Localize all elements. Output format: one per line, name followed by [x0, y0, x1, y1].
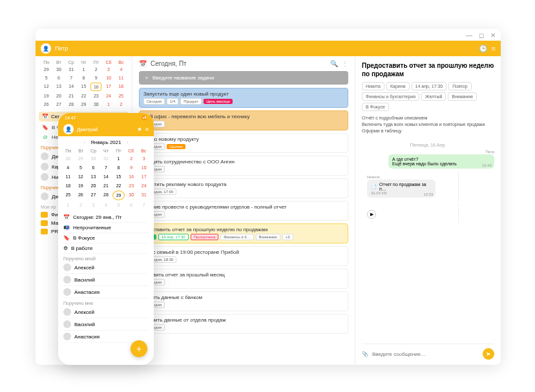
task-item[interactable]: олучить данные от отдела продажСегодня [139, 314, 348, 334]
calendar-day[interactable]: 21 [66, 92, 77, 99]
phone-cal-day[interactable]: 31 [100, 154, 112, 163]
play-icon[interactable]: ▶ [367, 210, 376, 219]
phone-cal-day[interactable]: 31 [138, 191, 150, 200]
attach-icon[interactable]: 📎 [362, 351, 368, 357]
notifications-icon[interactable]: 🕒 [479, 45, 488, 53]
detail-chip[interactable]: Карина [386, 82, 410, 90]
phone-cal-day[interactable]: 16 [125, 172, 138, 181]
phone-cal-day[interactable]: 2 [125, 154, 138, 163]
phone-cal-day[interactable]: 4 [100, 201, 112, 209]
calendar-day[interactable]: 5 [41, 74, 52, 81]
month-selector[interactable]: ‹ Январь 2021 › [58, 136, 154, 149]
calendar-day[interactable]: 3 [103, 66, 114, 73]
phone-cal-day[interactable]: 8 [112, 163, 125, 172]
phone-cal-day[interactable]: 17 [138, 172, 150, 181]
calendar-day[interactable]: 29 [78, 101, 89, 108]
calendar-day[interactable]: 14 [66, 83, 77, 91]
phone-cal-day[interactable]: 21 [100, 181, 112, 190]
phone-cal-day[interactable]: 6 [87, 163, 100, 172]
phone-cal-day[interactable]: 22 [112, 181, 125, 190]
phone-cal-day[interactable]: 3 [138, 154, 150, 163]
detail-chip[interactable]: Внимание [448, 92, 477, 101]
calendar-day[interactable]: 18 [116, 83, 127, 91]
phone-cal-day[interactable]: 24 [138, 181, 150, 190]
calendar-day[interactable]: 11 [116, 74, 127, 81]
phone-cal-day[interactable]: 25 [62, 191, 74, 200]
calendar-day[interactable]: 2 [90, 66, 101, 73]
phone-person[interactable]: Василий [63, 318, 149, 331]
phone-cal-day[interactable]: 9 [125, 163, 138, 172]
menu-icon[interactable]: ≡ [492, 45, 496, 52]
phone-nav-item[interactable]: ⚙В работе [63, 243, 149, 254]
calendar-day[interactable]: 16 [90, 83, 101, 91]
phone-cal-day[interactable]: 11 [62, 172, 74, 181]
maximize-icon[interactable]: ◻ [479, 32, 484, 39]
phone-cal-day[interactable]: 26 [75, 191, 87, 200]
more-icon[interactable]: ⋮ [342, 60, 348, 67]
calendar-day[interactable]: 17 [103, 83, 114, 91]
calendar-day[interactable]: 10 [103, 74, 114, 81]
phone-cal-day[interactable]: 27 [87, 191, 100, 200]
phone-cal-day[interactable]: 13 [87, 172, 100, 181]
calendar-day[interactable]: 15 [78, 83, 89, 91]
phone-cal-day[interactable]: 6 [125, 201, 138, 209]
phone-cal-day[interactable]: 7 [100, 163, 112, 172]
task-item[interactable]: Запустить еще один новый продуктСегодня1… [139, 88, 348, 108]
detail-chip[interactable]: 14 апр, 17:30 [412, 82, 447, 90]
calendar-day[interactable]: 22 [78, 92, 89, 99]
phone-cal-day[interactable]: 28 [62, 154, 74, 163]
calendar-day[interactable]: 29 [41, 66, 52, 73]
task-item[interactable]: едоставить отчет за прошлую неделю по пр… [139, 223, 348, 243]
calendar-day[interactable]: 26 [41, 101, 52, 108]
phone-cal-day[interactable]: 3 [87, 201, 100, 209]
detail-chip[interactable]: В Фокусе [362, 103, 389, 111]
chevron-right-icon[interactable]: › [127, 139, 129, 145]
calendar-day[interactable]: 25 [116, 92, 127, 99]
user-name[interactable]: Петр [55, 45, 68, 52]
phone-menu-icon[interactable]: ≡ [145, 126, 149, 132]
phone-cal-day[interactable]: 28 [100, 191, 112, 200]
calendar-day[interactable]: 4 [116, 66, 127, 73]
phone-cal-day[interactable]: 19 [75, 181, 87, 190]
task-item[interactable]: ны по новому продуктуСегодняСрочно [139, 133, 348, 153]
task-item[interactable]: бсудить сотрудничество с ООО АнгинСегодн… [139, 156, 348, 176]
calendar-day[interactable]: 30 [90, 101, 101, 108]
phone-nav-item[interactable]: 🔖В Фокусе [63, 233, 149, 243]
phone-cal-day[interactable]: 5 [112, 201, 125, 209]
minimize-icon[interactable]: — [466, 32, 472, 39]
chevron-left-icon[interactable]: ‹ [84, 139, 86, 145]
phone-cal-day[interactable]: 18 [62, 181, 74, 190]
calendar-day[interactable]: 28 [66, 101, 77, 108]
phone-cal-day[interactable]: 1 [112, 154, 125, 163]
calendar-day[interactable]: 9 [90, 74, 101, 81]
send-button[interactable]: ➤ [483, 348, 494, 360]
star-icon[interactable]: ★ [137, 126, 142, 132]
task-item[interactable]: кин с семьей в 19:00 ресторане ПрибойСег… [139, 246, 348, 266]
calendar-day[interactable]: 19 [41, 92, 52, 99]
task-item[interactable]: брание провести с руководителями отделов… [139, 201, 348, 221]
phone-cal-day[interactable]: 30 [87, 154, 100, 163]
calendar-day[interactable]: 27 [53, 101, 64, 108]
phone-cal-day[interactable]: 23 [125, 181, 138, 190]
task-item[interactable]: верить данные с банкомСегодня [139, 291, 348, 311]
phone-cal-day[interactable]: 29 [75, 154, 87, 163]
phone-cal-day[interactable]: 10 [138, 163, 150, 172]
phone-cal-day[interactable]: 15 [112, 172, 125, 181]
detail-chip[interactable]: Финансы и бухгалтерия [362, 92, 419, 101]
phone-cal-day[interactable]: 20 [87, 181, 100, 190]
detail-chip[interactable]: Никита [362, 82, 384, 90]
calendar-day[interactable]: 1 [78, 66, 89, 73]
calendar-day[interactable]: 6 [53, 74, 64, 81]
calendar-day[interactable]: 7 [66, 74, 77, 81]
phone-cal-day[interactable]: 12 [75, 172, 87, 181]
calendar-day[interactable]: 1 [103, 101, 114, 108]
phone-cal-day[interactable]: 1 [62, 201, 74, 209]
calendar-day[interactable]: 2 [116, 101, 127, 108]
phone-cal-day[interactable]: 29 [112, 191, 125, 200]
task-item[interactable]: апустить рекламу нового продуктаСегодня,… [139, 178, 348, 198]
phone-person[interactable]: Алексей [63, 306, 149, 318]
detail-chip[interactable]: Желтый [421, 92, 446, 101]
calendar-day[interactable]: 13 [53, 83, 64, 91]
calendar-day[interactable]: 20 [53, 92, 64, 99]
phone-person[interactable]: Алексей [63, 262, 149, 274]
